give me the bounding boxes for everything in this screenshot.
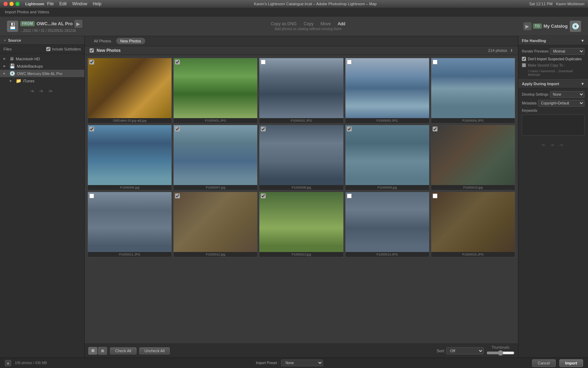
photo-checkbox-10[interactable] — [89, 193, 94, 198]
owc-label: OWC Mercury Elite AL Pro — [17, 71, 62, 76]
apply-during-import-header[interactable]: Apply During Import ▼ — [518, 79, 588, 88]
photo-checkbox-8[interactable] — [347, 127, 352, 131]
develop-settings-row: Develop Settings None — [522, 91, 584, 98]
window-title: Karen's Lightroom Catalogue.lrcat – Adob… — [254, 2, 377, 6]
photo-checkbox-13[interactable] — [347, 193, 352, 198]
photo-cell-9[interactable]: P1000010.jpg — [431, 125, 515, 190]
photo-checkbox-0[interactable] — [89, 60, 94, 64]
copy-as-dng-mode[interactable]: Copy as DNG — [271, 21, 297, 26]
tree-toggle-owc: ▶ — [4, 72, 8, 75]
close-button[interactable] — [4, 2, 8, 6]
sort-icon[interactable]: ⬇ — [510, 48, 513, 53]
tab-all-photos[interactable]: All Photos — [90, 38, 115, 44]
photo-cell-12[interactable]: P1000013.jpg — [259, 192, 343, 257]
expand-button[interactable]: ▲ — [5, 360, 11, 366]
photo-filename-13: P1000014.JPG — [345, 252, 429, 257]
photo-tabs: All Photos New Photos — [85, 36, 518, 46]
copy-mode[interactable]: Copy — [304, 21, 314, 26]
photo-cell-1[interactable]: P1000001.JPG — [173, 58, 258, 123]
photo-cell-2[interactable]: P1000002.JPG — [259, 58, 343, 123]
photo-cell-13[interactable]: P1000014.JPG — [345, 192, 429, 257]
develop-settings-dropdown[interactable]: None — [550, 91, 584, 98]
tree-item-owc[interactable]: ▶ 💽 OWC Mercury Elite AL Pro — [0, 70, 84, 77]
add-mode[interactable]: Add — [338, 21, 345, 26]
photo-filename-8: P1000009.jpg — [345, 185, 429, 190]
make-second-copy-label: Make Second Copy To : — [528, 63, 565, 67]
photo-cell-10[interactable]: P1000011.JPG — [88, 192, 172, 257]
import-button[interactable]: Import — [559, 359, 583, 367]
tree-item-itunes[interactable]: ▶ 📁 iTunes — [0, 77, 84, 84]
source-device-name[interactable]: OWC...ite AL Pro — [36, 21, 72, 26]
photo-cell-14[interactable]: P1000015.JPG — [431, 192, 515, 257]
photo-cell-0[interactable]: OldGate6-20.jpg-adj.jpg — [88, 58, 172, 123]
tree-toggle-itunes: ▶ — [10, 79, 14, 82]
keywords-input[interactable] — [522, 115, 584, 136]
make-second-copy-row[interactable]: Make Second Copy To : — [522, 63, 584, 67]
minimize-button[interactable] — [9, 2, 14, 6]
tab-new-photos[interactable]: New Photos — [116, 38, 145, 44]
photo-checkbox-4[interactable] — [433, 60, 438, 64]
photo-cell-7[interactable]: P1000008.jpg — [259, 125, 343, 190]
sidebar: ▼ Source Files Include Subfolders ▶ 🖥 Ma… — [0, 36, 85, 357]
new-photos-select-all-checkbox[interactable] — [90, 48, 94, 53]
cancel-button[interactable]: Cancel — [532, 359, 556, 367]
photo-cell-6[interactable]: P1000007.jpg — [173, 125, 258, 190]
import-preset-section: Import Preset : None — [50, 360, 528, 366]
tree-item-macintosh-hd[interactable]: ▶ 🖥 Macintosh HD — [0, 55, 84, 62]
loupe-view-button[interactable]: ▣ — [98, 347, 107, 355]
tree-item-mobilebackups[interactable]: ▶ 💾 MobileBackups — [0, 62, 84, 70]
photo-checkbox-3[interactable] — [347, 60, 352, 64]
grid-view-button[interactable]: ⊞ — [88, 347, 97, 355]
photo-checkbox-1[interactable] — [175, 60, 180, 64]
photo-checkbox-5[interactable] — [89, 127, 94, 131]
new-photos-header: New Photos 214 photos ⬇ — [85, 46, 518, 55]
source-arrow-right[interactable]: ▶ — [75, 20, 82, 28]
render-previews-row: Render Previews Minimal Standard 1:1 — [522, 48, 584, 55]
file-handling-label: File Handling — [522, 39, 546, 43]
menu-file[interactable]: File — [47, 1, 54, 6]
bottom-toolbar: ⊞ ▣ Check All Uncheck All Sort: Off Capt… — [85, 343, 518, 357]
sort-dropdown[interactable]: Off Capture Time Checked State File Name — [446, 347, 484, 354]
photo-cell-11[interactable]: P1000012.jpg — [173, 192, 258, 257]
photo-grid: OldGate6-20.jpg-adj.jpgP1000001.JPGP1000… — [85, 55, 518, 343]
photo-cell-3[interactable]: P1000003.JPG — [345, 58, 429, 123]
menu-window[interactable]: Window — [72, 1, 87, 6]
photo-filename-1: P1000001.JPG — [174, 118, 257, 123]
photo-cell-8[interactable]: P1000009.jpg — [345, 125, 429, 190]
photo-checkbox-7[interactable] — [261, 127, 266, 131]
traffic-lights[interactable] — [4, 2, 20, 6]
photo-checkbox-6[interactable] — [175, 127, 180, 131]
thumbnail-size-slider[interactable] — [486, 350, 514, 356]
dest-arrow-right[interactable]: ▶ — [524, 22, 531, 30]
from-section: 💾 FROM OWC...ite AL Pro ▶ ...2012 / 05 /… — [7, 20, 105, 33]
photo-checkbox-14[interactable] — [433, 193, 438, 198]
photo-filename-5: P1000006.jpg — [88, 185, 172, 190]
photo-checkbox-12[interactable] — [261, 193, 266, 198]
photo-checkbox-2[interactable] — [261, 60, 266, 64]
photo-cell-4[interactable]: P1000004.JPG — [431, 58, 515, 123]
import-preset-dropdown[interactable]: None — [281, 360, 323, 366]
menu-edit[interactable]: Edit — [59, 1, 67, 6]
thumbnails-label: Thumbnails — [491, 346, 510, 349]
photo-checkbox-9[interactable] — [433, 127, 438, 131]
dont-import-duplicates-checkbox[interactable] — [522, 57, 526, 61]
menu-help[interactable]: Help — [93, 1, 102, 6]
make-second-copy-checkbox[interactable] — [522, 63, 526, 67]
dest-catalog-name[interactable]: My Catalog — [544, 23, 568, 29]
dont-import-duplicates-row[interactable]: Don't Import Suspected Duplicates — [522, 57, 584, 61]
include-subfolders-label[interactable]: Include Subfolders — [46, 47, 81, 51]
add-mode-desc: Add photos to catalog without moving the… — [274, 27, 341, 31]
file-handling-header[interactable]: File Handling ▼ — [518, 36, 588, 45]
uncheck-all-button[interactable]: Uncheck All — [139, 347, 170, 354]
photo-cell-5[interactable]: P1000006.jpg — [88, 125, 172, 190]
photo-thumb-8 — [345, 125, 429, 185]
photo-filename-7: P1000008.jpg — [259, 185, 343, 190]
check-all-button[interactable]: Check All — [110, 347, 136, 354]
source-section-header[interactable]: ▼ Source — [0, 36, 84, 45]
photo-checkbox-11[interactable] — [175, 193, 180, 198]
maximize-button[interactable] — [15, 2, 20, 6]
include-subfolders-checkbox[interactable] — [46, 47, 50, 51]
render-previews-dropdown[interactable]: Minimal Standard 1:1 — [550, 48, 584, 55]
move-mode[interactable]: Move — [321, 21, 331, 26]
metadata-dropdown[interactable]: Copyright+Default None — [538, 100, 584, 107]
